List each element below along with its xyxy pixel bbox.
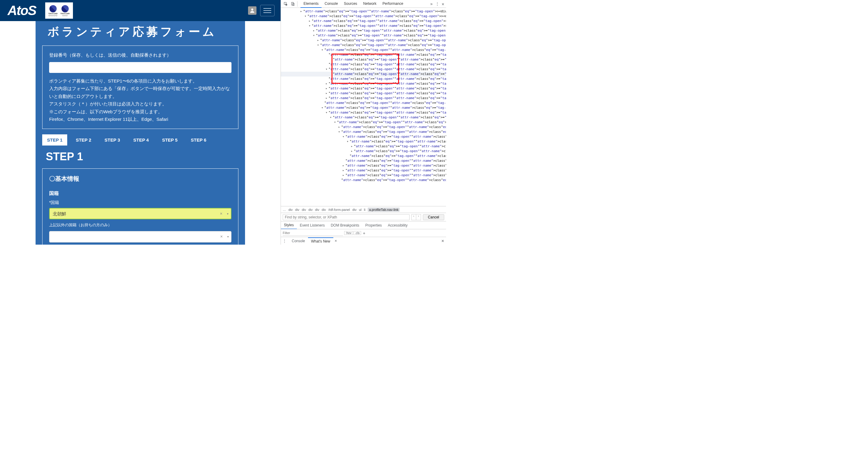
dom-node[interactable]: ▸"attr-name">class"eq">="tag-open""attr-… [281, 149, 446, 154]
drawer-tab-whatsnew[interactable]: What's New [308, 237, 333, 245]
dom-node[interactable]: ▾"attr-name">class"eq">="tag-open""attr-… [281, 134, 446, 139]
styles-filter-input[interactable] [283, 230, 343, 236]
kebab-menu-icon[interactable]: ⋮ [435, 1, 439, 6]
crumb[interactable]: div [321, 208, 326, 212]
styles-tab-styles[interactable]: Styles [281, 221, 297, 229]
crumb[interactable]: div [308, 208, 313, 212]
dom-node[interactable]: "attr-name">class"eq">="tag-open""attr-n… [281, 62, 446, 67]
dom-node[interactable]: ▾"attr-name">class"eq">="tag-open""attr-… [281, 67, 446, 72]
crumb-selected[interactable]: a.profileTab.nav-link [368, 208, 400, 212]
dom-node[interactable]: "attr-name">class"eq">="tag-open""attr-n… [281, 57, 446, 62]
find-next-icon[interactable]: ˅ [416, 215, 421, 220]
nationality-select[interactable]: 北朝鮮 × ▾ [49, 208, 231, 219]
elements-tree[interactable]: ▸"attr-name">class"eq">="tag-open""attr-… [281, 8, 446, 206]
dom-node[interactable]: ▸"attr-name">class"eq">="tag-open""attr-… [281, 91, 446, 96]
styles-tab-eventlisteners[interactable]: Event Listeners [297, 222, 328, 229]
nationality-value: 北朝鮮 [53, 210, 66, 218]
drawer-close-icon[interactable]: ✕ [441, 239, 444, 243]
chevron-down-icon[interactable]: ▾ [227, 211, 228, 216]
crumb[interactable]: ul [359, 208, 362, 212]
styles-tab-dombreakpoints[interactable]: DOM Breakpoints [328, 222, 362, 229]
devtools-tab-performance[interactable]: Performance [379, 0, 406, 8]
step-tabs: STEP 1 STEP 2 STEP 3 STEP 4 STEP 5 STEP … [42, 134, 239, 146]
tab-step1[interactable]: STEP 1 [42, 134, 67, 146]
dom-node[interactable]: ▾"attr-name">class"eq">="tag-open""attr-… [281, 120, 446, 125]
dom-node[interactable]: "attr-name">class"eq">="tag-open""attr-n… [281, 158, 446, 163]
crumb[interactable]: div [302, 208, 306, 212]
dom-node[interactable]: ▸"attr-name">class"eq">="tag-open""attr-… [281, 125, 446, 130]
crumb[interactable]: li [364, 208, 366, 212]
dom-node[interactable]: "attr-name">class"eq">="tag-open""attr-n… [281, 76, 446, 81]
chevron-down-icon[interactable]: ▾ [227, 234, 229, 239]
more-tabs-icon[interactable]: » [430, 1, 433, 6]
dom-node[interactable]: ▸"attr-name">class"eq">="tag-open""attr-… [281, 173, 446, 178]
cls-toggle[interactable]: .cls [353, 231, 361, 235]
dom-node[interactable]: ▾"attr-name">class"eq">="tag-open""attr-… [281, 33, 446, 38]
devtools-tab-console[interactable]: Console [321, 0, 341, 8]
crumb[interactable]: div [295, 208, 299, 212]
close-devtools-icon[interactable]: ✕ [442, 1, 444, 6]
dom-node[interactable]: "attr-name">class"eq">="tag-open""attr-n… [281, 178, 446, 183]
dom-node[interactable]: ▸"attr-name">class"eq">="tag-open""attr-… [281, 38, 446, 43]
dom-node[interactable]: ▾"attr-name">class"eq">="tag-open""attr-… [281, 105, 446, 110]
styles-tab-properties[interactable]: Properties [362, 222, 385, 229]
find-prev-icon[interactable]: ˄ [412, 215, 416, 220]
tab-step6[interactable]: STEP 6 [186, 134, 211, 146]
styles-tab-accessibility[interactable]: Accessibility [385, 222, 410, 229]
inspect-element-icon[interactable] [283, 1, 289, 7]
tab-step2[interactable]: STEP 2 [71, 134, 96, 146]
breadcrumb-trail[interactable]: … div div div div div div #df-form-panel… [281, 206, 446, 213]
svg-point-0 [251, 8, 253, 10]
nationality-heading: 国籍 [49, 189, 231, 197]
crumb[interactable]: div [315, 208, 319, 212]
crumb[interactable]: … [283, 208, 286, 212]
tab-step4[interactable]: STEP 4 [128, 134, 153, 146]
dom-node[interactable]: "attr-name">class"eq">="tag-open""attr-n… [281, 53, 446, 57]
dom-node[interactable]: ▸"attr-name">class"eq">="tag-open""attr-… [281, 28, 446, 33]
dom-node[interactable]: ▾"attr-name">class"eq">="tag-open""attr-… [281, 130, 446, 134]
dom-node[interactable]: ▸"attr-name">class"eq">="tag-open""attr-… [281, 163, 446, 168]
dom-node[interactable]: ▾"attr-name">class"eq">="tag-open""attr-… [281, 110, 446, 115]
dom-node[interactable]: ▸"attr-name">class"eq">="tag-open""attr-… [281, 9, 446, 14]
drawer: ⋮ Console What's New ✕ ✕ [281, 237, 446, 245]
dom-node[interactable]: ▾"attr-name">class"eq">="tag-open""attr-… [281, 115, 446, 120]
tokyo-label: TOKYO 2020 [61, 13, 70, 14]
devtools-tab-elements[interactable]: Elements [301, 0, 321, 8]
find-cancel-button[interactable]: Cancel [423, 214, 444, 220]
registration-number-input[interactable] [49, 62, 231, 73]
tab-step3[interactable]: STEP 3 [100, 134, 125, 146]
find-input[interactable] [283, 214, 410, 220]
dom-node[interactable]: ▾"attr-name">class"eq">="tag-open""attr-… [281, 139, 446, 144]
dom-node[interactable]: "attr-name">class"eq">="tag-open""attr-n… [281, 72, 446, 76]
dom-node[interactable]: ▸"attr-name">class"eq">="tag-open""attr-… [281, 144, 446, 149]
new-style-rule-icon[interactable]: + [363, 231, 365, 235]
clear-icon[interactable]: × [220, 233, 223, 241]
dom-node[interactable]: ▾"attr-name">class"eq">="tag-open""attr-… [281, 24, 446, 28]
hov-toggle[interactable]: :hov [344, 231, 353, 235]
drawer-menu-icon[interactable]: ⋮ [283, 239, 286, 243]
tab-step5[interactable]: STEP 5 [157, 134, 182, 146]
dom-node[interactable]: "attr-name">class"eq">="tag-open""attr-n… [281, 154, 446, 158]
dom-node[interactable]: ▸"attr-name">class"eq">="tag-open""attr-… [281, 96, 446, 101]
devtools-tab-sources[interactable]: Sources [341, 0, 360, 8]
dom-node[interactable]: ▾"attr-name">class"eq">="tag-open""attr-… [281, 43, 446, 47]
menu-toggle-button[interactable] [260, 5, 275, 16]
devtools-tab-network[interactable]: Network [360, 0, 379, 8]
crumb[interactable]: #df-form-panel [328, 208, 350, 212]
device-toggle-icon[interactable] [290, 1, 296, 7]
dom-node[interactable]: ▸"attr-name">class"eq">="tag-open""attr-… [281, 19, 446, 24]
other-nationality-select[interactable]: × ▾ [49, 231, 231, 243]
crumb[interactable]: div [352, 208, 356, 212]
dom-node[interactable]: ▾"attr-name">class"eq">="tag-open""attr-… [281, 47, 446, 53]
avatar[interactable] [248, 6, 256, 15]
drawer-tab-console[interactable]: Console [289, 238, 308, 244]
crumb[interactable]: div [288, 208, 293, 212]
dom-node[interactable]: ▸"attr-name">class"eq">="tag-open""attr-… [281, 168, 446, 173]
dom-node[interactable]: ▸"attr-name">class"eq">="tag-open""attr-… [281, 81, 446, 86]
dom-node[interactable]: ▾"attr-name">class"eq">="tag-open""attr-… [281, 14, 446, 19]
clear-icon[interactable]: × [220, 210, 222, 218]
intro-box: 登録番号（保存、もしくは、送信の後、自動採番されます） ボランティア募集に当たり… [42, 45, 239, 129]
dom-node[interactable]: "attr-name">class"eq">="tag-open""attr-n… [281, 101, 446, 105]
dom-node[interactable]: ▸"attr-name">class"eq">="tag-open""attr-… [281, 86, 446, 91]
drawer-tab-close-icon[interactable]: ✕ [335, 239, 337, 243]
